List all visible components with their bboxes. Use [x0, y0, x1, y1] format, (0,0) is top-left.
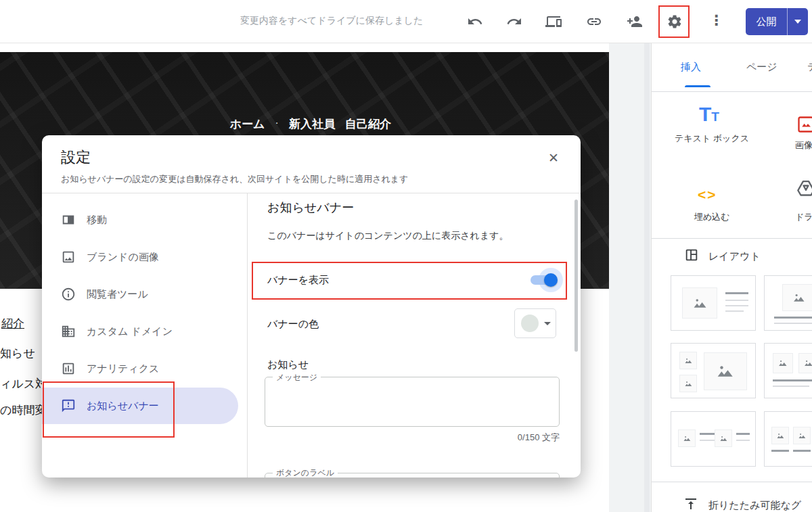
tab-insert[interactable]: 挿入: [681, 61, 701, 74]
insert-embed-label[interactable]: 埋め込む: [681, 211, 742, 223]
devices-icon: [545, 14, 562, 30]
person-add-icon: [627, 14, 643, 30]
settings-button[interactable]: [667, 14, 683, 30]
layout-option-4[interactable]: [764, 343, 812, 398]
dialog-nav-viewer-tools[interactable]: 閲覧者ツール: [42, 276, 238, 312]
divider: [652, 482, 812, 482]
button-label-field-label: ボタンのラベル: [273, 467, 338, 478]
site-nav-newhire[interactable]: 新入社員: [289, 116, 335, 132]
page-link-fragment[interactable]: 紹介: [1, 316, 24, 331]
tab-pages[interactable]: ページ: [746, 61, 777, 74]
insert-image-label[interactable]: 画像: [795, 139, 812, 152]
page-text-fragment: 知らせ: [0, 346, 35, 361]
toggle-knob: [544, 273, 558, 287]
announcement-icon: [61, 398, 76, 413]
publish-dropdown-button[interactable]: [787, 8, 808, 35]
site-nav-separator: ·: [275, 116, 279, 132]
gear-icon: [667, 14, 683, 30]
collapsible-group-label[interactable]: 折りたたみ可能なグ: [708, 499, 801, 512]
layout-option-2[interactable]: [764, 275, 812, 331]
caret-down-icon: [794, 20, 801, 24]
banner-color-label: バナーの色: [267, 318, 319, 331]
embed-icon[interactable]: <>: [698, 187, 717, 203]
vertical-split-icon: [61, 212, 76, 227]
layout-option-5[interactable]: [671, 411, 756, 467]
divider: [652, 238, 812, 239]
layout-section-label: レイアウト: [708, 250, 761, 263]
dialog-scrollbar[interactable]: [574, 200, 578, 352]
dialog-nav-analytics[interactable]: アナリティクス: [42, 350, 238, 387]
insert-sidebar: 挿入 ページ テ TT テキスト ボックス 画像 <> 埋め込む ドライブ レイ…: [651, 43, 812, 512]
chart-icon: [61, 361, 76, 376]
layout-option-3[interactable]: [671, 343, 756, 398]
more-menu-button[interactable]: ⋮: [709, 12, 723, 28]
publish-split-button: 公開: [746, 8, 808, 35]
preview-button[interactable]: [545, 14, 562, 30]
insert-image-icon[interactable]: [796, 115, 812, 134]
show-banner-label: バナーを表示: [267, 274, 329, 287]
link-icon: [586, 14, 602, 30]
dialog-title: 設定: [61, 147, 91, 168]
banner-color-picker[interactable]: [514, 308, 556, 338]
pane-heading: お知らせバナー: [267, 200, 354, 216]
char-counter: 0/150 文字: [424, 432, 560, 444]
top-toolbar: 変更内容をすべてドライブに保存しました ⋮ 公開: [0, 0, 812, 43]
undo-icon: [467, 14, 483, 30]
collapsible-group-icon: [683, 496, 699, 512]
settings-dialog: 設定 お知らせバナーの設定の変更は自動保存され、次回サイトを公開した時に適用され…: [42, 135, 581, 478]
image-icon: [61, 250, 76, 264]
announcement-section-label: お知らせ: [267, 358, 309, 371]
site-nav: ホーム · 新入社員 自己紹介: [230, 116, 391, 132]
redo-button[interactable]: [506, 14, 522, 30]
divider: [247, 193, 248, 478]
dialog-nav-navigation[interactable]: 移動: [42, 202, 238, 238]
site-nav-selfintro[interactable]: 自己紹介: [345, 116, 391, 132]
color-swatch: [521, 315, 539, 332]
copy-link-button[interactable]: [586, 14, 602, 30]
info-icon: [61, 287, 76, 302]
show-banner-toggle[interactable]: [525, 268, 563, 292]
site-nav-home[interactable]: ホーム: [230, 116, 265, 132]
undo-button[interactable]: [467, 14, 483, 30]
page-text-fragment: の時間変: [0, 402, 46, 418]
caret-down-icon: [544, 322, 551, 325]
insert-text-box-label[interactable]: テキスト ボックス: [668, 133, 756, 145]
text-box-icon[interactable]: TT: [699, 103, 719, 126]
dialog-subtitle: お知らせバナーの設定の変更は自動保存され、次回サイトを公開した時に適用されます: [61, 173, 408, 185]
layout-icon: [684, 248, 699, 262]
dialog-nav-custom-domain[interactable]: カスタム ドメイン: [42, 313, 238, 350]
dialog-nav-announcement-banner[interactable]: お知らせバナー: [42, 388, 238, 424]
redo-icon: [506, 14, 522, 30]
message-input[interactable]: [265, 377, 559, 426]
message-field: [265, 377, 560, 427]
domain-icon: [61, 324, 76, 339]
save-status-text: 変更内容をすべてドライブに保存しました: [240, 15, 423, 27]
share-button[interactable]: [627, 14, 643, 30]
active-tab-underline: [685, 85, 710, 87]
canvas-scrollbar[interactable]: [644, 43, 650, 512]
close-icon[interactable]: ✕: [548, 150, 559, 166]
page-text-fragment: ィルス対: [0, 376, 47, 392]
publish-button[interactable]: 公開: [746, 8, 787, 35]
divider: [42, 193, 581, 193]
message-field-label: メッセージ: [273, 372, 321, 383]
layout-option-1[interactable]: [671, 275, 756, 331]
insert-drive-label[interactable]: ドライブ: [795, 211, 812, 223]
tab-themes-partial[interactable]: テ: [807, 61, 812, 74]
dialog-nav-brand-images[interactable]: ブランドの画像: [42, 239, 238, 275]
pane-description: このバナーはサイトのコンテンツの上に表示されます。: [267, 230, 509, 242]
drive-icon[interactable]: [796, 179, 812, 197]
layout-option-6[interactable]: [764, 411, 812, 467]
divider: [652, 91, 812, 92]
